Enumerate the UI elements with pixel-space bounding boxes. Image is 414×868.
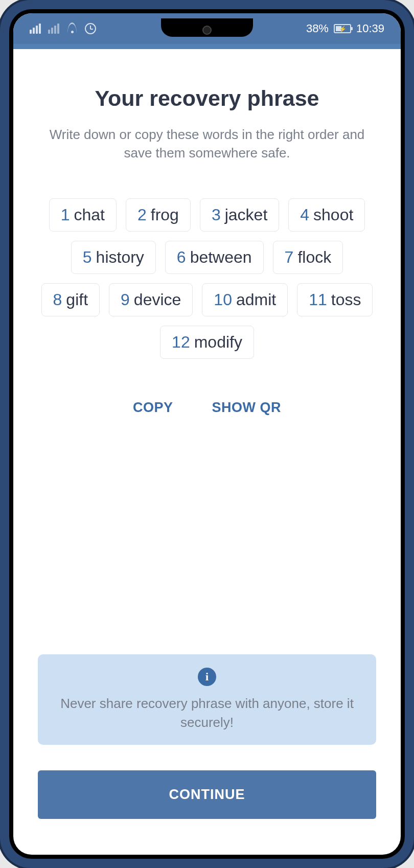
recovery-word: 9device <box>109 283 193 316</box>
show-qr-button[interactable]: SHOW QR <box>212 400 282 416</box>
word-text: flock <box>297 248 331 267</box>
phone-frame: 38% ⚡ 10:39 Your recovery phrase Write d… <box>0 0 414 868</box>
battery-percent: 38% <box>306 22 329 35</box>
alarm-icon <box>85 23 96 34</box>
action-row: COPY SHOW QR <box>38 400 376 416</box>
recovery-word: 11toss <box>297 283 373 316</box>
info-box: i Never share recovery phrase with anyon… <box>38 654 376 745</box>
recovery-word: 7flock <box>273 241 343 274</box>
word-text: modify <box>194 333 242 352</box>
word-number: 1 <box>61 205 70 224</box>
main-content: Your recovery phrase Write down or copy … <box>13 49 401 855</box>
continue-button[interactable]: CONTINUE <box>38 770 376 819</box>
recovery-word: 6between <box>165 241 264 274</box>
word-text: admit <box>236 290 276 309</box>
recovery-word: 3jacket <box>200 198 279 232</box>
screen-notch <box>161 18 253 37</box>
word-text: jacket <box>225 205 268 224</box>
word-text: between <box>190 248 252 267</box>
word-text: toss <box>331 290 361 309</box>
recovery-word: 10admit <box>202 283 288 316</box>
word-number: 3 <box>212 205 221 224</box>
phone-inner-frame: 38% ⚡ 10:39 Your recovery phrase Write d… <box>9 9 405 859</box>
recovery-word: 8gift <box>41 283 100 316</box>
word-text: history <box>96 248 144 267</box>
word-number: 2 <box>137 205 147 224</box>
word-number: 11 <box>309 290 327 309</box>
word-text: gift <box>66 290 88 309</box>
word-text: chat <box>74 205 104 224</box>
word-number: 10 <box>214 290 232 309</box>
word-number: 9 <box>121 290 130 309</box>
signal-icon <box>30 24 41 34</box>
recovery-phrase-container: 1chat2frog3jacket4shoot5history6between7… <box>38 198 376 359</box>
header-bar <box>13 44 401 49</box>
word-number: 4 <box>300 205 309 224</box>
recovery-word: 12modify <box>160 326 254 359</box>
info-icon: i <box>198 668 216 686</box>
page-title: Your recovery phrase <box>38 86 376 111</box>
info-text: Never share recovery phrase with anyone,… <box>58 694 356 732</box>
clock-time: 10:39 <box>356 22 384 35</box>
recovery-word: 1chat <box>49 198 117 232</box>
phone-screen: 38% ⚡ 10:39 Your recovery phrase Write d… <box>13 13 401 855</box>
word-text: device <box>134 290 181 309</box>
battery-icon: ⚡ <box>334 24 351 33</box>
copy-button[interactable]: COPY <box>133 400 173 416</box>
status-bar-left <box>30 23 96 34</box>
word-text: frog <box>151 205 179 224</box>
word-number: 12 <box>172 333 190 352</box>
wifi-icon <box>66 24 78 33</box>
recovery-word: 5history <box>71 241 156 274</box>
word-number: 6 <box>177 248 186 267</box>
recovery-word: 2frog <box>126 198 191 232</box>
signal-secondary-icon <box>48 24 59 34</box>
word-number: 5 <box>83 248 92 267</box>
recovery-word: 4shoot <box>288 198 365 232</box>
word-number: 8 <box>53 290 62 309</box>
spacer <box>38 436 376 654</box>
page-subtitle: Write down or copy these words in the ri… <box>38 125 376 163</box>
status-bar-right: 38% ⚡ 10:39 <box>306 22 384 35</box>
word-number: 7 <box>285 248 294 267</box>
word-text: shoot <box>313 205 353 224</box>
